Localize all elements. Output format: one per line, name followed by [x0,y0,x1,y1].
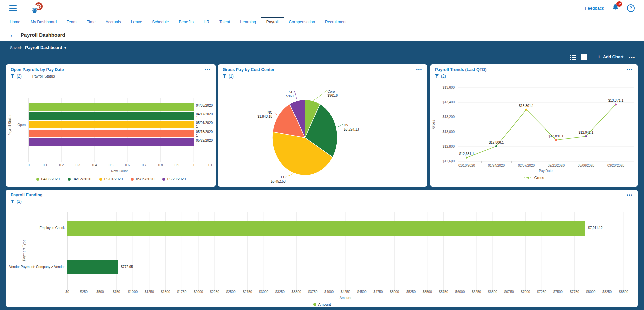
tab-leave[interactable]: Leave [126,17,147,28]
bar-04/03/2020[interactable] [29,103,194,111]
svg-text:$5750: $5750 [439,290,448,294]
svg-text:$8250: $8250 [602,290,612,294]
grid-view-icon [581,54,587,60]
tab-my-dashboard[interactable]: My Dashboard [25,17,62,28]
card-filter-row[interactable]: (2) [6,198,638,206]
card-filter-row[interactable]: (2) Payroll Status [6,73,216,81]
svg-text:$7000: $7000 [521,290,530,294]
legend-item[interactable]: 04/03/2020 [36,177,60,181]
tab-payroll[interactable]: Payroll [261,17,284,28]
svg-text:$1,843.18: $1,843.18 [257,115,272,118]
data-point[interactable] [615,103,617,105]
board-more-menu[interactable]: ••• [629,55,635,60]
bar-04/17/2020[interactable] [29,112,194,120]
saved-label: Saved: [10,46,22,50]
svg-text:$12,891.1: $12,891.1 [549,134,564,138]
help-icon[interactable]: ? [627,4,635,12]
legend-item[interactable]: 05/01/2020 [99,177,123,181]
legend-item[interactable]: 05/15/2020 [131,177,154,181]
tab-time[interactable]: Time [82,17,100,28]
card-filter-row[interactable]: (2) [430,73,638,81]
card-more-menu[interactable]: ••• [416,67,422,72]
company-logo[interactable] [30,2,45,14]
bar-05/01/2020[interactable] [29,121,194,128]
card-more-menu[interactable]: ••• [205,67,211,72]
svg-text:$8500: $8500 [619,290,628,294]
svg-text:$500: $500 [96,290,104,294]
saved-dashboard-selector[interactable]: Saved: Payroll Dashboard ▾ [10,45,66,50]
svg-text:$5250: $5250 [406,290,416,294]
bar-05/15/2020[interactable] [29,130,194,137]
bar-Employee Check[interactable] [67,221,585,236]
data-point[interactable] [525,109,527,111]
tab-benefits[interactable]: Benefits [174,17,198,28]
legend-item[interactable]: 04/17/2020 [68,177,91,181]
svg-text:$12,941.1: $12,941.1 [579,131,594,134]
svg-text:04/17/2020: 04/17/2020 [196,112,213,116]
svg-text:1: 1 [196,125,198,128]
svg-text:Amount: Amount [340,296,352,300]
grid-view-button[interactable] [581,54,587,60]
hamburger-menu-icon[interactable] [9,5,17,11]
tab-recruitment[interactable]: Recruitment [320,17,352,28]
tab-home[interactable]: Home [5,17,25,28]
tab-team[interactable]: Team [62,17,82,28]
list-view-button[interactable] [570,55,576,60]
svg-text:$13,000: $13,000 [443,130,455,134]
svg-text:$3000: $3000 [259,290,268,294]
svg-text:1: 1 [196,116,198,120]
svg-text:Corp: Corp [328,90,335,93]
filter-count: (2) [17,74,22,79]
tab-schedule[interactable]: Schedule [147,17,174,28]
data-point[interactable] [555,139,557,141]
tab-hr[interactable]: HR [199,17,214,28]
card-title: Payroll Trends (Last QTD) [435,67,487,72]
svg-text:DV: DV [344,123,348,127]
svg-text:02/07/2020: 02/07/2020 [518,164,535,167]
svg-text:05/29/2020: 05/29/2020 [196,139,213,142]
filter-funnel-icon [11,74,14,78]
card-more-menu[interactable]: ••• [627,193,633,197]
legend-item[interactable]: Amount [313,302,331,306]
tab-accruals[interactable]: Accruals [101,17,126,28]
card-filter-row[interactable]: (1) [218,73,427,81]
module-tab-bar: HomeMy DashboardTeamTimeAccrualsLeaveSch… [0,16,644,28]
svg-text:$2250: $2250 [210,290,219,294]
tab-talent[interactable]: Talent [214,17,235,28]
svg-text:$3750: $3750 [308,290,318,294]
svg-text:05/01/2020: 05/01/2020 [196,121,213,125]
svg-text:$750: $750 [113,290,120,294]
legend-swatch [524,176,532,179]
svg-text:1: 1 [193,163,195,167]
data-point[interactable] [495,145,497,147]
card-more-menu[interactable]: ••• [627,67,633,72]
svg-text:0.5: 0.5 [109,163,113,167]
back-arrow-icon[interactable]: ← [9,31,16,38]
legend-item[interactable]: 05/29/2020 [162,177,186,181]
feedback-link[interactable]: Feedback [585,6,604,11]
legend-item[interactable]: Gross [524,176,544,180]
card-open-payrolls-by-pay-date: Open Payrolls by Pay Date ••• (2) Payrol… [6,64,216,187]
svg-text:$961.6: $961.6 [328,94,338,97]
svg-text:1: 1 [196,142,198,146]
notifications-button[interactable]: 52 [612,4,619,12]
svg-text:01/10/2020: 01/10/2020 [458,164,475,167]
svg-text:$1500: $1500 [161,290,170,294]
tab-compensation[interactable]: Compensation [284,17,320,28]
svg-text:NC: NC [267,111,272,114]
topbar-actions: Feedback 52 ? [585,4,635,12]
bar-Vendor Payment: Company > Vendor[interactable] [67,260,118,274]
svg-text:$6000: $6000 [455,290,465,294]
add-chart-button[interactable]: + Add Chart [598,54,624,60]
svg-text:$1000: $1000 [128,290,138,294]
tab-learning[interactable]: Learning [235,17,261,28]
chart-legend: Gross [431,176,638,180]
bar-05/29/2020[interactable] [29,138,194,146]
svg-text:0.1: 0.1 [43,163,47,167]
svg-text:$8000: $8000 [586,290,596,294]
svg-text:0.4: 0.4 [92,163,97,167]
data-point[interactable] [585,135,587,137]
svg-text:$6250: $6250 [472,290,481,294]
data-point[interactable] [466,157,468,159]
svg-text:Pay Date: Pay Date [539,169,553,173]
